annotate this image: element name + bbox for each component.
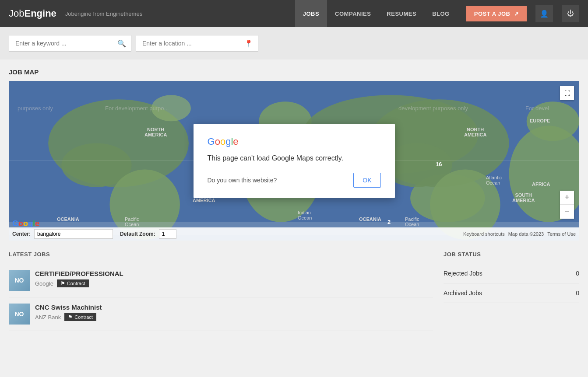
nav-companies[interactable]: COMPANIES	[327, 0, 379, 27]
keyword-search-wrap: 🔍	[9, 35, 131, 52]
map-dialog-footer: Do you own this website? OK	[208, 173, 381, 188]
job-company-2: ANZ Bank	[35, 314, 61, 321]
header: JobEngine Jobengine from Enginethemes JO…	[0, 0, 588, 27]
status-item-rejected: Rejected Jobs 0	[444, 264, 579, 283]
search-icon: 🔍	[117, 39, 126, 48]
map-zoom-controls: + −	[560, 191, 574, 219]
latest-jobs-title: LATEST JOBS	[9, 251, 433, 258]
map-zoom-in-button[interactable]: +	[560, 191, 574, 205]
map-data-text: Map data ©2023	[508, 231, 544, 237]
map-zoom-out-button[interactable]: −	[560, 205, 574, 219]
map-dialog-ok-button[interactable]: OK	[353, 173, 380, 188]
job-company-1: Google	[35, 280, 53, 287]
job-type-badge-1: ⚑ Contract	[57, 279, 89, 287]
google-footer-logo: Google	[12, 219, 39, 228]
nav-jobs[interactable]: JOBS	[295, 0, 327, 27]
post-job-label: POST A JOB	[474, 10, 511, 17]
archived-jobs-label: Archived Jobs	[444, 290, 482, 297]
bookmark-icon-2: ⚑	[68, 314, 73, 320]
job-status-title: JOB STATUS	[444, 251, 579, 258]
archived-jobs-count: 0	[576, 290, 579, 297]
job-details-2: CNC Swiss Machinist ANZ Bank ⚑ Contract	[35, 304, 102, 321]
external-link-icon: ➚	[514, 10, 519, 17]
google-logo-text: Google	[208, 136, 381, 147]
map-error-message: This page can't load Google Maps correct…	[208, 154, 381, 162]
post-job-button[interactable]: POST A JOB ➚	[466, 6, 527, 21]
map-section-title: Job Map	[9, 68, 579, 76]
map-fullscreen-button[interactable]: ⛶	[560, 86, 574, 100]
job-item: NO CERTIFIED/PROFESSIONAL Google ⚑ Contr…	[9, 264, 433, 297]
user-button[interactable]: 👤	[535, 5, 553, 22]
job-logo-2: NO	[9, 304, 30, 325]
job-title-1[interactable]: CERTIFIED/PROFESSIONAL	[35, 270, 123, 277]
map-zoom-input[interactable]	[159, 229, 176, 239]
zoom-label: Default Zoom:	[120, 231, 155, 237]
job-details-1: CERTIFIED/PROFESSIONAL Google ⚑ Contract	[35, 270, 123, 287]
nav-resumes[interactable]: RESUMES	[379, 0, 424, 27]
location-pin-icon: 📍	[244, 39, 253, 48]
power-button[interactable]: ⏻	[562, 5, 579, 22]
terms-of-use-link[interactable]: Terms of Use	[547, 231, 576, 237]
main-nav: JOBS COMPANIES RESUMES BLOG	[295, 0, 458, 27]
bookmark-icon-1: ⚑	[60, 280, 65, 286]
power-icon: ⏻	[567, 10, 574, 17]
map-center-input[interactable]	[34, 229, 113, 239]
location-search-input[interactable]	[136, 35, 258, 52]
center-label: Center:	[12, 231, 31, 237]
rejected-jobs-count: 0	[576, 270, 579, 277]
map-container: purposes only For development purpo... d…	[9, 81, 579, 241]
user-icon: 👤	[540, 10, 549, 18]
job-type-label-1: Contract	[67, 281, 85, 286]
svg-point-8	[151, 95, 191, 121]
job-logo-inner-2: NO	[9, 304, 30, 325]
logo: JobEngine	[9, 8, 56, 19]
nav-blog[interactable]: BLOG	[424, 0, 458, 27]
search-bar: 🔍 📍	[0, 27, 588, 59]
job-title-2[interactable]: CNC Swiss Machinist	[35, 304, 102, 311]
tagline: Jobengine from Enginethemes	[65, 10, 142, 17]
latest-jobs-section: LATEST JOBS NO CERTIFIED/PROFESSIONAL Go…	[9, 251, 433, 331]
two-column-layout: LATEST JOBS NO CERTIFIED/PROFESSIONAL Go…	[9, 251, 579, 331]
main-content: Job Map	[0, 59, 588, 340]
job-meta-1: Google ⚑ Contract	[35, 279, 123, 287]
job-type-label-2: Contract	[74, 314, 93, 320]
job-status-section: JOB STATUS Rejected Jobs 0 Archived Jobs…	[444, 251, 579, 331]
keyword-search-input[interactable]	[9, 35, 131, 52]
google-logo-area: Google	[12, 219, 39, 228]
job-meta-2: ANZ Bank ⚑ Contract	[35, 313, 102, 321]
rejected-jobs-label: Rejected Jobs	[444, 270, 482, 277]
map-dialog-question: Do you own this website?	[208, 177, 277, 184]
location-search-wrap: 📍	[136, 35, 258, 52]
job-logo-1: NO	[9, 270, 30, 291]
job-item-2: NO CNC Swiss Machinist ANZ Bank ⚑ Contra…	[9, 297, 433, 331]
map-bottom-bar: Center: Default Zoom: Keyboard shortcuts…	[9, 227, 579, 241]
keyboard-shortcuts-link[interactable]: Keyboard shortcuts	[463, 231, 505, 237]
status-item-archived: Archived Jobs 0	[444, 283, 579, 303]
fullscreen-icon: ⛶	[564, 90, 570, 97]
job-type-badge-2: ⚑ Contract	[64, 313, 96, 321]
map-error-dialog: Google This page can't load Google Maps …	[194, 124, 395, 198]
job-logo-inner-1: NO	[9, 270, 30, 291]
